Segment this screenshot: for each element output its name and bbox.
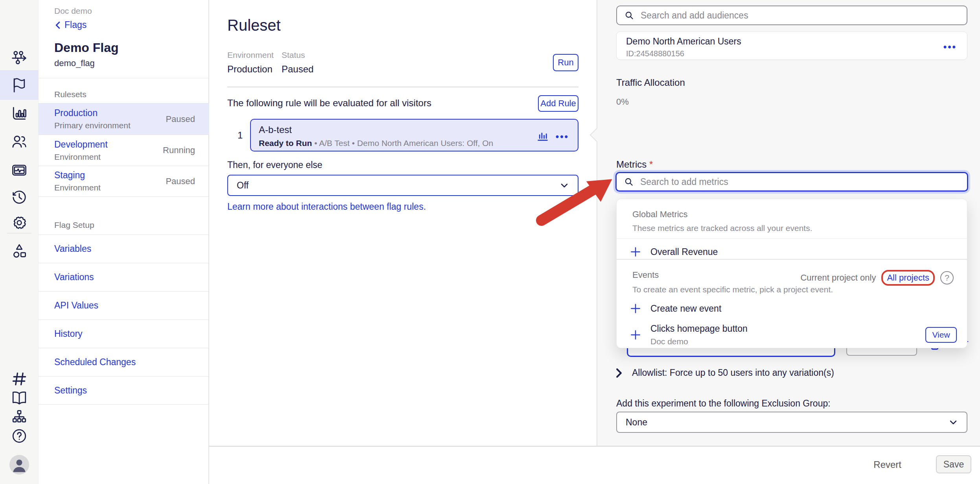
search-icon: [624, 177, 634, 187]
results-icon[interactable]: [0, 98, 39, 128]
event-name: Clicks homepage button: [650, 323, 748, 334]
ruleset-name: Production: [54, 108, 131, 118]
audience-id: ID:24548880156: [626, 49, 958, 58]
ruleset-status: Paused: [166, 114, 195, 124]
allowlist-expander[interactable]: Allowlist: Force up to 50 users into any…: [615, 368, 834, 378]
footer-bar: Revert Save: [209, 446, 980, 484]
rule-status: Ready to Run: [259, 139, 312, 148]
flow-icon[interactable]: [0, 42, 39, 72]
sidebar-item-variations[interactable]: Variations: [39, 263, 209, 291]
status-label: Status: [282, 50, 313, 60]
revert-button[interactable]: Revert: [873, 459, 901, 470]
sidebar-item-api-values[interactable]: API Values: [39, 291, 209, 320]
overall-revenue-option[interactable]: Overall Revenue: [629, 246, 718, 258]
status-block: Status Paused: [282, 50, 313, 75]
rule-meta-text: • A/B Test • Demo North American Users: …: [312, 139, 493, 148]
global-metrics-desc: These metrics are tracked across all you…: [632, 224, 812, 233]
overall-revenue-label: Overall Revenue: [650, 247, 718, 257]
ruleset-status: Running: [163, 145, 195, 155]
sidebar-item-history[interactable]: History: [39, 320, 209, 348]
shapes-icon[interactable]: [0, 236, 39, 266]
event-option-clicks-homepage[interactable]: Clicks homepage button Doc demo: [629, 323, 748, 346]
event-project: Doc demo: [650, 337, 748, 346]
search-icon: [624, 10, 634, 20]
metrics-search[interactable]: [615, 172, 968, 192]
create-new-event-label: Create new event: [650, 303, 721, 314]
everyone-else-label: Then, for everyone else: [227, 160, 322, 170]
rule-detail-panel: Demo North American Users ID:24548880156…: [597, 0, 980, 446]
exclusion-group-value: None: [626, 417, 647, 428]
sidebar-item-label: Variations: [54, 272, 94, 283]
ruleset-row-development[interactable]: Development Environment Running: [39, 135, 209, 166]
sidebar-item-scheduled-changes[interactable]: Scheduled Changes: [39, 348, 209, 376]
audience-card: Demo North American Users ID:24548880156…: [616, 31, 967, 60]
flag-icon[interactable]: [0, 70, 39, 100]
environment-label: Environment: [227, 50, 274, 60]
rule-index: 1: [238, 130, 243, 141]
ruleset-row-staging[interactable]: Staging Environment Paused: [39, 166, 209, 197]
sidebar-item-label: History: [54, 329, 83, 339]
ruleset-name: Development: [54, 139, 108, 150]
sidebar-item-label: Variables: [54, 244, 91, 254]
allowlist-label: Allowlist: Force up to 50 users into any…: [632, 368, 834, 378]
events-desc: To create an event specific metric, pick…: [632, 285, 833, 294]
everyone-else-value: Off: [237, 180, 249, 191]
audience-more-menu-icon[interactable]: •••: [943, 41, 957, 52]
save-button[interactable]: Save: [936, 455, 971, 473]
user-avatar[interactable]: [9, 455, 29, 475]
run-button[interactable]: Run: [553, 54, 578, 71]
environment-block: Environment Production: [227, 50, 274, 75]
create-new-event-option[interactable]: Create new event: [629, 302, 721, 315]
ruleset-name: Staging: [54, 170, 101, 181]
divider: [617, 238, 968, 239]
plus-icon: [629, 246, 642, 258]
help-icon[interactable]: [0, 421, 39, 451]
flag-title: Demo Flag: [54, 41, 208, 55]
divider: [617, 259, 968, 260]
rule-results-icon[interactable]: [536, 129, 549, 144]
learn-more-link[interactable]: Learn more about interactions between fl…: [227, 201, 426, 212]
events-title: Events: [632, 270, 659, 280]
rule-meta: Ready to Run • A/B Test • Demo North Ame…: [259, 139, 570, 148]
divider: [227, 87, 578, 87]
environment-value: Production: [227, 64, 274, 75]
flag-key: demo_flag: [54, 58, 208, 68]
rule-section-heading: The following rule will be evaluated for…: [227, 98, 431, 109]
dashboard-icon[interactable]: [0, 155, 39, 185]
chevron-right-icon: [615, 368, 623, 378]
metrics-dropdown: Global Metrics These metrics are tracked…: [616, 199, 967, 348]
icon-rail: [0, 0, 39, 484]
view-event-button[interactable]: View: [925, 327, 957, 343]
app-root: Doc demo Flags Demo Flag demo_flag Rules…: [0, 0, 980, 484]
ruleset-row-production[interactable]: Production Primary environment Paused: [39, 103, 209, 135]
help-icon[interactable]: ?: [940, 271, 954, 284]
exclusion-group-select[interactable]: None: [616, 412, 967, 433]
back-link-label: Flags: [64, 20, 87, 30]
rail-divider: [7, 233, 31, 233]
audience-search-input[interactable]: [641, 10, 960, 21]
everyone-else-select[interactable]: Off: [227, 175, 578, 196]
history-icon[interactable]: [0, 182, 39, 212]
sidebar-item-settings[interactable]: Settings: [39, 376, 209, 405]
exclusion-group-label: Add this experiment to the following Exc…: [616, 398, 831, 409]
ruleset-desc: Environment: [54, 183, 101, 192]
audience-search[interactable]: [616, 6, 967, 25]
metrics-search-input[interactable]: [640, 177, 960, 187]
divider: [39, 78, 209, 78]
traffic-allocation-label: Traffic Allocation: [616, 77, 685, 88]
audiences-icon[interactable]: [0, 127, 39, 157]
plus-icon: [629, 329, 642, 341]
chevron-down-icon: [949, 417, 958, 427]
chevron-down-icon: [560, 181, 569, 190]
sidebar-item-label: Settings: [54, 385, 87, 396]
rule-card[interactable]: A-b-test Ready to Run • A/B Test • Demo …: [250, 119, 578, 151]
project-name: Doc demo: [54, 6, 208, 16]
rule-more-menu-icon[interactable]: •••: [556, 131, 569, 142]
add-rule-button[interactable]: Add Rule: [538, 95, 578, 112]
current-project-only-toggle[interactable]: Current project only: [800, 273, 876, 283]
flag-setup-label: Flag Setup: [54, 220, 94, 230]
rule-name: A-b-test: [259, 124, 570, 135]
all-projects-toggle[interactable]: All projects: [887, 273, 929, 283]
back-to-flags-link[interactable]: Flags: [54, 20, 208, 30]
sidebar-item-variables[interactable]: Variables: [39, 235, 209, 263]
